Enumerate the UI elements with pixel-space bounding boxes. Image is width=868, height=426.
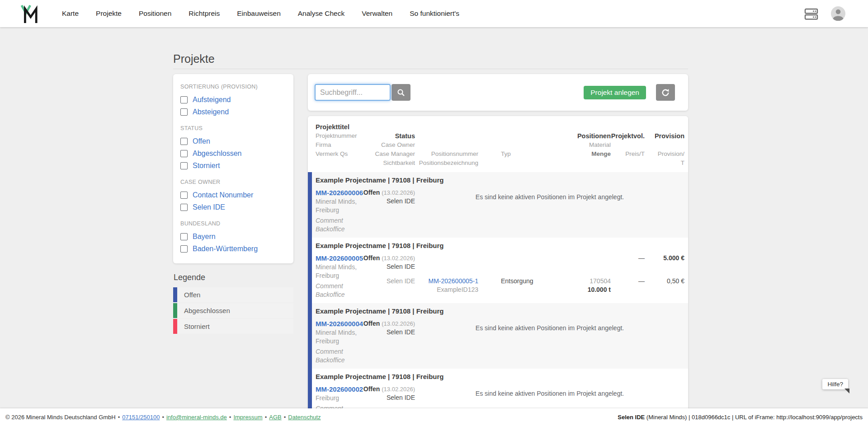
checkbox-offen[interactable] — [180, 138, 188, 145]
filter-section-label: CASE OWNER — [180, 179, 286, 185]
checkbox-absteigend[interactable] — [180, 108, 188, 116]
filter-option-contact-nonumber[interactable]: Contact Nonumber — [180, 190, 286, 201]
position-number-cell: MM-202600005-1 ExampleID123 — [415, 277, 478, 299]
footer-link-datenschutz[interactable]: Datenschutz — [288, 414, 321, 421]
footer-separator: • — [162, 414, 164, 421]
nav-item-positionen[interactable]: Positionen — [139, 9, 171, 18]
checkbox-aufsteigend[interactable] — [180, 96, 188, 103]
filter-option-selen-ide[interactable]: Selen IDE — [180, 202, 286, 213]
header-col-typ: Typ — [478, 122, 537, 168]
legend: Offen Abgeschlossen Storniert — [173, 287, 293, 334]
company-city: Freiburg — [316, 337, 363, 346]
legend-color-storniert — [173, 319, 177, 334]
footer-link-impressum[interactable]: Impressum — [233, 414, 262, 421]
legend-row-storniert: Storniert — [173, 319, 293, 334]
projects-table: Projekttitel Projektnummer Firma Vermerk… — [308, 116, 688, 426]
title-divider — [173, 69, 688, 69]
header-col-position: Positionsnummer Positionsbezeichnung — [415, 122, 478, 168]
checkbox-baden-wuerttemberg[interactable] — [180, 245, 188, 253]
filter-option-aufsteigend[interactable]: Aufsteigend — [180, 94, 286, 105]
project-title: Example Projectname | 79108 | Freiburg — [316, 373, 684, 381]
project-info-cell: MM-202600004 Mineral Minds, Freiburg Com… — [316, 319, 363, 365]
project-title: Example Projectname | 79108 | Freiburg — [316, 176, 684, 184]
footer: © 2026 Mineral Minds Deutschland GmbH • … — [0, 408, 868, 426]
create-project-button[interactable]: Projekt anlegen — [584, 86, 646, 99]
case-owner: Selen IDE — [363, 328, 415, 337]
filter-option-label: Aufsteigend — [193, 96, 231, 104]
filter-section-sortierung: SORTIERUNG (PROVISION) Aufsteigend Abste… — [180, 84, 286, 117]
nav-item-karte[interactable]: Karte — [62, 9, 79, 18]
status-cell: Offen (13.02.2026) Selen IDE — [363, 319, 415, 337]
status-date: (13.02.2026) — [382, 255, 415, 262]
checkbox-contact-nonumber[interactable] — [180, 192, 188, 199]
position-number-link[interactable]: MM-202600005-1 — [428, 277, 478, 285]
nav-item-verwalten[interactable]: Verwalten — [362, 9, 392, 18]
search-group — [315, 84, 410, 101]
footer-left: © 2026 Mineral Minds Deutschland GmbH • … — [5, 414, 321, 421]
status-text: Offen — [363, 254, 380, 262]
filter-section-label: STATUS — [180, 125, 286, 131]
checkbox-storniert[interactable] — [180, 162, 188, 169]
project-number-link[interactable]: MM-202600005 — [316, 254, 363, 262]
nav-item-richtpreis[interactable]: Richtpreis — [189, 9, 220, 18]
user-avatar-icon — [831, 6, 845, 21]
filter-option-absteigend[interactable]: Absteigend — [180, 107, 286, 117]
filter-option-baden-wuerttemberg[interactable]: Baden-Württemberg — [180, 243, 286, 254]
nav-item-analyse-check[interactable]: Analyse Check — [298, 9, 344, 18]
server-rows-icon — [804, 7, 818, 20]
filter-option-offen[interactable]: Offen — [180, 136, 286, 147]
legend-label: Abgeschlossen — [177, 303, 293, 318]
filter-section-case-owner: CASE OWNER Contact Nonumber Selen IDE — [180, 179, 286, 213]
account-button[interactable] — [831, 6, 845, 21]
legend-color-abgeschlossen — [173, 303, 177, 318]
case-owner: Selen IDE — [363, 197, 415, 206]
footer-email-link[interactable]: info@mineral-minds.de — [166, 414, 227, 421]
navbar-right-actions — [804, 6, 845, 21]
checkbox-bayern[interactable] — [180, 233, 188, 240]
filter-section-label: SORTIERUNG (PROVISION) — [180, 84, 286, 90]
project-number-link[interactable]: MM-202600002 — [316, 385, 363, 393]
filter-option-abgeschlossen[interactable]: Abgeschlossen — [180, 148, 286, 159]
search-input[interactable] — [315, 84, 391, 101]
note-comment: Comment — [316, 282, 363, 290]
search-button[interactable] — [392, 84, 410, 101]
filter-section-status: STATUS Offen Abgeschlossen Storniert — [180, 125, 286, 171]
nav-item-einbauweisen[interactable]: Einbauweisen — [237, 9, 281, 18]
company-name: Mineral Minds, — [316, 263, 363, 272]
filter-option-label: Offen — [193, 137, 210, 145]
header-col-project: Projekttitel Projektnummer Firma Vermerk… — [316, 122, 363, 168]
note-comment: Comment — [316, 216, 363, 225]
company-name: Mineral Minds, — [316, 197, 363, 206]
filter-section-bundesland: BUNDESLAND Bayern Baden-Württemberg — [180, 220, 286, 254]
project-title: Example Projectname | 79108 | Freiburg — [316, 307, 684, 315]
top-navbar: Karte Projekte Positionen Richtpreis Ein… — [0, 0, 868, 27]
help-button[interactable]: Hilfe? — [822, 379, 848, 389]
footer-link-agb[interactable]: AGB — [269, 414, 281, 421]
legend-row-abgeschlossen: Abgeschlossen — [173, 303, 293, 318]
note-backoffice: Backoffice — [316, 225, 363, 234]
filter-option-bayern[interactable]: Bayern — [180, 231, 286, 242]
status-text: Offen — [363, 320, 380, 327]
filters-card: SORTIERUNG (PROVISION) Aufsteigend Abste… — [173, 74, 293, 263]
nav-item-projekte[interactable]: Projekte — [96, 9, 122, 18]
app-logo[interactable] — [20, 3, 38, 24]
note-backoffice: Backoffice — [316, 290, 363, 299]
nav-item-so-funktionierts[interactable]: So funktioniert's — [410, 9, 459, 18]
refresh-button[interactable] — [656, 84, 675, 101]
filter-option-storniert[interactable]: Storniert — [180, 160, 286, 171]
project-preis-total: — — [611, 254, 645, 271]
no-positions-message: Es sind keine aktiven Positionen im Proj… — [415, 390, 684, 397]
project-number-link[interactable]: MM-202600006 — [316, 188, 363, 197]
checkbox-selen-ide[interactable] — [180, 204, 188, 211]
header-col-status: Status Case Owner Case Manager Sichtbark… — [363, 122, 415, 168]
project-number-link[interactable]: MM-202600004 — [316, 319, 363, 328]
checkbox-abgeschlossen[interactable] — [180, 150, 188, 157]
footer-phone-link[interactable]: 07151/250100 — [122, 414, 160, 421]
filter-option-label: Bayern — [193, 233, 216, 241]
project-info-cell: MM-202600006 Mineral Minds, Freiburg Com… — [316, 188, 363, 234]
filter-option-label: Abgeschlossen — [193, 150, 242, 158]
table-header: Projekttitel Projektnummer Firma Vermerk… — [308, 116, 688, 172]
devices-button[interactable] — [804, 7, 818, 20]
project-info-cell: MM-202600005 Mineral Minds, Freiburg Com… — [316, 254, 363, 299]
status-date: (13.02.2026) — [382, 386, 415, 393]
